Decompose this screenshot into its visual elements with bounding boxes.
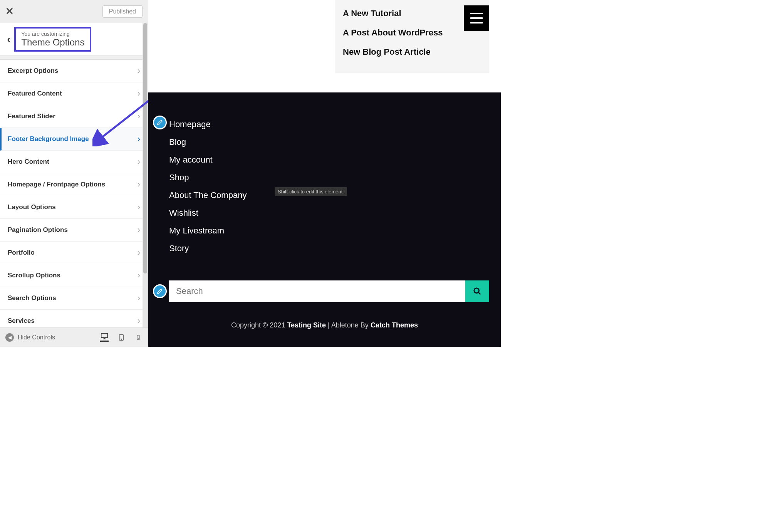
customizing-label: You are customizing (21, 31, 84, 37)
option-label: Featured Content (8, 90, 62, 97)
chevron-right-icon: › (138, 293, 140, 303)
option-homepage-frontpage-options[interactable]: Homepage / Frontpage Options› (0, 173, 148, 196)
scrollbar-thumb[interactable] (143, 23, 147, 274)
option-excerpt-options[interactable]: Excerpt Options› (0, 60, 148, 82)
svg-line-7 (478, 292, 481, 295)
option-layout-options[interactable]: Layout Options› (0, 196, 148, 219)
close-icon[interactable]: ✕ (5, 5, 21, 17)
edit-widget-icon[interactable] (153, 284, 167, 298)
option-label: Services (8, 317, 35, 325)
option-label: Footer Background Image (8, 135, 89, 143)
chevron-right-icon: › (138, 89, 140, 99)
sidebar-scrollbar[interactable] (143, 23, 148, 327)
chevron-right-icon: › (138, 134, 140, 144)
collapse-icon: ◀ (5, 333, 14, 342)
theme-author-link[interactable]: Catch Themes (371, 321, 418, 329)
footer-nav: HomepageBlogMy accountShopAbout The Comp… (153, 116, 489, 257)
recent-post-link[interactable]: New Blog Post Article (343, 42, 481, 62)
footer-nav-item[interactable]: My Livestream (169, 222, 247, 240)
back-chevron-icon[interactable]: ‹ (3, 33, 14, 45)
option-featured-content[interactable]: Featured Content› (0, 82, 148, 105)
hide-controls-label: Hide Controls (18, 334, 55, 341)
option-label: Excerpt Options (8, 67, 58, 75)
edit-widget-icon[interactable] (153, 116, 167, 129)
option-label: Search Options (8, 294, 56, 302)
option-pagination-options[interactable]: Pagination Options› (0, 219, 148, 242)
option-label: Pagination Options (8, 226, 68, 234)
hide-controls-button[interactable]: ◀ Hide Controls (5, 333, 55, 342)
option-label: Layout Options (8, 203, 56, 211)
svg-point-4 (138, 338, 138, 339)
chevron-right-icon: › (138, 180, 140, 190)
mobile-icon[interactable] (134, 333, 143, 342)
copyright-text: Copyright © 2021 Testing Site | Abletone… (160, 321, 489, 329)
footer-search (153, 280, 489, 302)
option-scrollup-options[interactable]: Scrollup Options› (0, 264, 148, 287)
svg-point-2 (121, 339, 122, 339)
sidebar-top-bar: ✕ Published (0, 0, 148, 23)
option-hero-content[interactable]: Hero Content› (0, 151, 148, 173)
preview-pane: A New TutorialA Post About WordPressNew … (148, 0, 501, 347)
option-label: Portfolio (8, 249, 35, 257)
footer-nav-item[interactable]: Story (169, 240, 247, 257)
footer-nav-item[interactable]: My account (169, 151, 247, 169)
footer-area: HomepageBlogMy accountShopAbout The Comp… (148, 92, 501, 347)
chevron-right-icon: › (138, 157, 140, 167)
chevron-right-icon: › (138, 202, 140, 212)
footer-nav-item[interactable]: About The Company (169, 186, 247, 204)
svg-point-6 (474, 288, 479, 293)
site-name-link[interactable]: Testing Site (287, 321, 326, 329)
edit-tooltip: Shift-click to edit this element. (275, 187, 347, 196)
chevron-right-icon: › (138, 248, 140, 258)
option-label: Hero Content (8, 158, 49, 166)
section-title-box: You are customizing Theme Options (14, 27, 91, 52)
options-list: Excerpt Options›Featured Content›Feature… (0, 60, 148, 327)
chevron-right-icon: › (138, 111, 140, 121)
footer-nav-item[interactable]: Wishlist (169, 204, 247, 222)
footer-nav-item[interactable]: Homepage (169, 116, 247, 133)
svg-rect-0 (101, 334, 108, 338)
chevron-right-icon: › (138, 66, 140, 76)
footer-nav-item[interactable]: Blog (169, 133, 247, 151)
option-label: Scrollup Options (8, 272, 60, 279)
search-input[interactable] (169, 280, 465, 302)
option-label: Homepage / Frontpage Options (8, 181, 105, 188)
section-title: Theme Options (21, 37, 84, 48)
section-header: ‹ You are customizing Theme Options (0, 23, 148, 56)
recent-post-link[interactable]: A New Tutorial (343, 4, 481, 23)
recent-post-link[interactable]: A Post About WordPress (343, 23, 481, 42)
hamburger-menu-icon[interactable] (464, 5, 489, 31)
chevron-right-icon: › (138, 316, 140, 326)
option-portfolio[interactable]: Portfolio› (0, 242, 148, 264)
customizer-sidebar: ✕ Published ‹ You are customizing Theme … (0, 0, 148, 347)
chevron-right-icon: › (138, 225, 140, 235)
option-search-options[interactable]: Search Options› (0, 287, 148, 310)
option-footer-background-image[interactable]: Footer Background Image› (0, 128, 148, 151)
option-services[interactable]: Services› (0, 310, 148, 327)
option-label: Featured Slider (8, 112, 55, 120)
footer-nav-item[interactable]: Shop (169, 169, 247, 186)
search-icon (473, 287, 481, 295)
device-toggle (100, 333, 143, 342)
sidebar-bottom-bar: ◀ Hide Controls (0, 327, 148, 347)
tablet-icon[interactable] (117, 333, 126, 342)
desktop-icon[interactable] (100, 333, 109, 342)
option-featured-slider[interactable]: Featured Slider› (0, 105, 148, 128)
published-button[interactable]: Published (102, 5, 143, 18)
search-button[interactable] (465, 280, 489, 302)
chevron-right-icon: › (138, 270, 140, 280)
